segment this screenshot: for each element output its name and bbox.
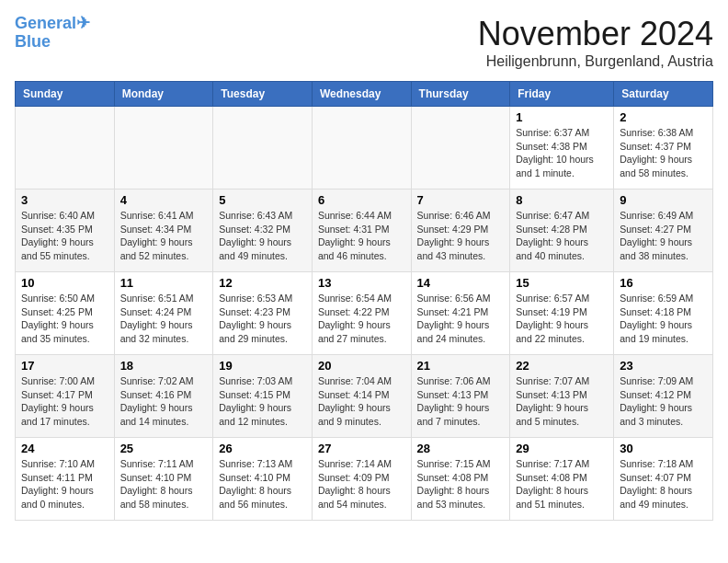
calendar-cell: 8Sunrise: 6:47 AM Sunset: 4:28 PM Daylig… xyxy=(510,190,614,272)
day-info: Sunrise: 6:57 AM Sunset: 4:19 PM Dayligh… xyxy=(516,292,608,346)
day-number: 3 xyxy=(21,193,108,207)
day-info: Sunrise: 7:10 AM Sunset: 4:11 PM Dayligh… xyxy=(21,457,108,511)
day-info: Sunrise: 6:46 AM Sunset: 4:29 PM Dayligh… xyxy=(417,209,505,263)
day-number: 16 xyxy=(620,276,707,290)
day-number: 25 xyxy=(120,442,208,455)
day-number: 5 xyxy=(219,193,306,207)
calendar-body: 1Sunrise: 6:37 AM Sunset: 4:38 PM Daylig… xyxy=(16,107,713,521)
day-info: Sunrise: 6:59 AM Sunset: 4:18 PM Dayligh… xyxy=(620,292,707,346)
week-row-3: 10Sunrise: 6:50 AM Sunset: 4:25 PM Dayli… xyxy=(16,272,713,355)
calendar-cell: 16Sunrise: 6:59 AM Sunset: 4:18 PM Dayli… xyxy=(614,272,713,355)
day-number: 28 xyxy=(417,442,505,455)
day-info: Sunrise: 6:53 AM Sunset: 4:23 PM Dayligh… xyxy=(219,292,306,346)
calendar-title: November 2024 xyxy=(478,15,713,53)
calendar-cell: 5Sunrise: 6:43 AM Sunset: 4:32 PM Daylig… xyxy=(213,190,313,272)
day-number: 11 xyxy=(120,276,208,290)
calendar-cell xyxy=(16,107,115,190)
calendar-cell: 28Sunrise: 7:15 AM Sunset: 4:08 PM Dayli… xyxy=(411,438,510,521)
header-day-friday: Friday xyxy=(510,82,614,107)
day-number: 21 xyxy=(417,359,505,373)
header-day-thursday: Thursday xyxy=(411,82,510,107)
day-number: 24 xyxy=(21,442,108,455)
calendar-cell: 7Sunrise: 6:46 AM Sunset: 4:29 PM Daylig… xyxy=(411,190,510,272)
day-info: Sunrise: 7:17 AM Sunset: 4:08 PM Dayligh… xyxy=(516,457,608,511)
calendar-table: SundayMondayTuesdayWednesdayThursdayFrid… xyxy=(15,81,713,521)
day-number: 17 xyxy=(21,359,108,373)
header-row: SundayMondayTuesdayWednesdayThursdayFrid… xyxy=(16,82,713,107)
calendar-cell: 9Sunrise: 6:49 AM Sunset: 4:27 PM Daylig… xyxy=(614,190,713,272)
calendar-cell: 17Sunrise: 7:00 AM Sunset: 4:17 PM Dayli… xyxy=(16,355,115,438)
header-day-wednesday: Wednesday xyxy=(312,82,411,107)
day-info: Sunrise: 7:07 AM Sunset: 4:13 PM Dayligh… xyxy=(516,374,608,429)
day-info: Sunrise: 6:47 AM Sunset: 4:28 PM Dayligh… xyxy=(516,209,608,263)
day-number: 7 xyxy=(417,193,505,207)
calendar-cell: 13Sunrise: 6:54 AM Sunset: 4:22 PM Dayli… xyxy=(312,272,411,355)
day-number: 13 xyxy=(318,276,405,290)
calendar-cell: 24Sunrise: 7:10 AM Sunset: 4:11 PM Dayli… xyxy=(16,438,115,521)
logo-text: General✈ Blue xyxy=(15,15,90,52)
day-info: Sunrise: 6:51 AM Sunset: 4:24 PM Dayligh… xyxy=(120,292,208,346)
day-number: 20 xyxy=(318,359,405,373)
day-number: 23 xyxy=(620,359,707,373)
calendar-cell: 2Sunrise: 6:38 AM Sunset: 4:37 PM Daylig… xyxy=(614,107,713,190)
day-info: Sunrise: 6:50 AM Sunset: 4:25 PM Dayligh… xyxy=(21,292,108,346)
calendar-cell xyxy=(312,107,411,190)
day-number: 29 xyxy=(516,442,608,455)
day-number: 10 xyxy=(21,276,108,290)
day-info: Sunrise: 6:38 AM Sunset: 4:37 PM Dayligh… xyxy=(620,126,707,180)
calendar-cell: 6Sunrise: 6:44 AM Sunset: 4:31 PM Daylig… xyxy=(312,190,411,272)
day-info: Sunrise: 7:15 AM Sunset: 4:08 PM Dayligh… xyxy=(417,457,505,511)
day-number: 14 xyxy=(417,276,505,290)
day-info: Sunrise: 6:56 AM Sunset: 4:21 PM Dayligh… xyxy=(417,292,505,346)
title-block: November 2024 Heiligenbrunn, Burgenland,… xyxy=(478,15,713,70)
day-info: Sunrise: 7:11 AM Sunset: 4:10 PM Dayligh… xyxy=(120,457,208,511)
calendar-cell: 25Sunrise: 7:11 AM Sunset: 4:10 PM Dayli… xyxy=(114,438,213,521)
week-row-1: 1Sunrise: 6:37 AM Sunset: 4:38 PM Daylig… xyxy=(16,107,713,190)
day-info: Sunrise: 6:44 AM Sunset: 4:31 PM Dayligh… xyxy=(318,209,405,263)
calendar-cell: 14Sunrise: 6:56 AM Sunset: 4:21 PM Dayli… xyxy=(411,272,510,355)
day-number: 22 xyxy=(516,359,608,373)
calendar-cell: 30Sunrise: 7:18 AM Sunset: 4:07 PM Dayli… xyxy=(614,438,713,521)
calendar-cell: 23Sunrise: 7:09 AM Sunset: 4:12 PM Dayli… xyxy=(614,355,713,438)
day-number: 15 xyxy=(516,276,608,290)
page-header: General✈ Blue November 2024 Heiligenbrun… xyxy=(15,15,713,70)
calendar-cell: 29Sunrise: 7:17 AM Sunset: 4:08 PM Dayli… xyxy=(510,438,614,521)
header-day-sunday: Sunday xyxy=(16,82,115,107)
calendar-cell xyxy=(411,107,510,190)
calendar-header: SundayMondayTuesdayWednesdayThursdayFrid… xyxy=(16,82,713,107)
calendar-cell: 1Sunrise: 6:37 AM Sunset: 4:38 PM Daylig… xyxy=(510,107,614,190)
week-row-5: 24Sunrise: 7:10 AM Sunset: 4:11 PM Dayli… xyxy=(16,438,713,521)
day-number: 19 xyxy=(219,359,306,373)
calendar-cell: 21Sunrise: 7:06 AM Sunset: 4:13 PM Dayli… xyxy=(411,355,510,438)
calendar-cell: 26Sunrise: 7:13 AM Sunset: 4:10 PM Dayli… xyxy=(213,438,313,521)
day-info: Sunrise: 6:43 AM Sunset: 4:32 PM Dayligh… xyxy=(219,209,306,263)
calendar-cell: 22Sunrise: 7:07 AM Sunset: 4:13 PM Dayli… xyxy=(510,355,614,438)
day-number: 9 xyxy=(620,193,707,207)
day-number: 18 xyxy=(120,359,208,373)
day-info: Sunrise: 7:09 AM Sunset: 4:12 PM Dayligh… xyxy=(620,374,707,429)
header-day-tuesday: Tuesday xyxy=(213,82,313,107)
calendar-cell: 20Sunrise: 7:04 AM Sunset: 4:14 PM Dayli… xyxy=(312,355,411,438)
header-day-saturday: Saturday xyxy=(614,82,713,107)
day-number: 1 xyxy=(516,110,608,124)
calendar-cell xyxy=(213,107,313,190)
calendar-cell: 11Sunrise: 6:51 AM Sunset: 4:24 PM Dayli… xyxy=(114,272,213,355)
day-number: 6 xyxy=(318,193,405,207)
day-info: Sunrise: 7:00 AM Sunset: 4:17 PM Dayligh… xyxy=(21,374,108,429)
calendar-cell: 4Sunrise: 6:41 AM Sunset: 4:34 PM Daylig… xyxy=(114,190,213,272)
day-info: Sunrise: 6:49 AM Sunset: 4:27 PM Dayligh… xyxy=(620,209,707,263)
day-number: 4 xyxy=(120,193,208,207)
day-number: 2 xyxy=(620,110,707,124)
week-row-2: 3Sunrise: 6:40 AM Sunset: 4:35 PM Daylig… xyxy=(16,190,713,272)
logo: General✈ Blue xyxy=(15,15,90,52)
week-row-4: 17Sunrise: 7:00 AM Sunset: 4:17 PM Dayli… xyxy=(16,355,713,438)
day-info: Sunrise: 7:18 AM Sunset: 4:07 PM Dayligh… xyxy=(620,457,707,511)
day-info: Sunrise: 6:37 AM Sunset: 4:38 PM Dayligh… xyxy=(516,126,608,180)
day-info: Sunrise: 6:40 AM Sunset: 4:35 PM Dayligh… xyxy=(21,209,108,263)
calendar-cell: 3Sunrise: 6:40 AM Sunset: 4:35 PM Daylig… xyxy=(16,190,115,272)
day-number: 8 xyxy=(516,193,608,207)
day-info: Sunrise: 7:06 AM Sunset: 4:13 PM Dayligh… xyxy=(417,374,505,429)
header-day-monday: Monday xyxy=(114,82,213,107)
calendar-cell: 12Sunrise: 6:53 AM Sunset: 4:23 PM Dayli… xyxy=(213,272,313,355)
day-info: Sunrise: 7:13 AM Sunset: 4:10 PM Dayligh… xyxy=(219,457,306,511)
